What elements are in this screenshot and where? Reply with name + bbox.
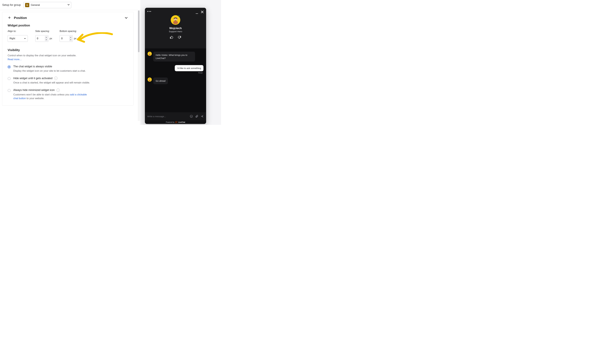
- chat-message-input[interactable]: [147, 115, 188, 118]
- bottom-spacing-label: Bottom spacing:: [59, 30, 77, 32]
- option-desc: Customers won’t be able to start chats u…: [13, 93, 91, 100]
- side-spacing-unit: px: [50, 37, 52, 40]
- visitor-message: I'd like to ask something: [148, 65, 203, 71]
- option-title: Hide widget until it gets activated: [13, 77, 52, 80]
- chat-header: Wojciech Support Hero: [145, 8, 206, 48]
- caret-down-icon: [67, 4, 70, 6]
- svg-rect-5: [149, 54, 151, 55]
- option-desc: Display the widget icon on your site to …: [13, 69, 91, 73]
- side-spacing-stepper[interactable]: [45, 36, 48, 41]
- align-to-value: Right: [10, 37, 15, 40]
- livechat-logo-icon: [175, 121, 177, 123]
- info-icon[interactable]: i: [54, 77, 58, 80]
- agent-message: Hello Visitor. What brings you to LiveCh…: [148, 52, 203, 62]
- svg-point-9: [190, 115, 193, 118]
- stepper-down-icon[interactable]: [45, 39, 47, 41]
- group-badge: G: [25, 3, 29, 7]
- position-controls: Align to: Right Side spacing:: [8, 30, 128, 42]
- presence-indicator: [178, 15, 180, 17]
- visibility-option-always-hide[interactable]: Always hide minimized widget icon i Cust…: [8, 89, 128, 100]
- emoji-button[interactable]: [190, 115, 193, 118]
- powered-by-prefix: Powered by: [166, 121, 174, 123]
- chat-close-button[interactable]: [200, 10, 204, 14]
- svg-point-10: [191, 116, 191, 116]
- group-name: General: [31, 4, 67, 6]
- bottom-spacing-input[interactable]: [59, 35, 73, 42]
- option-desc-prefix: Customers won’t be able to start chats u…: [13, 93, 70, 96]
- agent-message: Go ahead: [148, 78, 203, 84]
- visibility-description: Control when to display the chat widget …: [8, 54, 128, 58]
- bottom-spacing-field[interactable]: [61, 37, 67, 40]
- bottom-spacing-unit: px: [74, 37, 77, 40]
- stepper-up-icon[interactable]: [69, 36, 72, 39]
- caret-down-icon: [24, 37, 26, 40]
- collapse-button[interactable]: [125, 16, 128, 20]
- visibility-options: The chat widget is always visible Displa…: [8, 65, 128, 100]
- chat-menu-button[interactable]: [147, 11, 151, 12]
- option-title: Always hide minimized widget icon: [13, 89, 55, 92]
- send-button[interactable]: [200, 115, 204, 118]
- agent-name: Wojciech: [169, 26, 182, 30]
- chat-input-bar: [145, 112, 206, 120]
- thumbs-down-button[interactable]: [177, 35, 181, 39]
- section-header: Position: [8, 16, 128, 20]
- radio-button[interactable]: [8, 77, 11, 80]
- powered-by-brand: LiveChat: [178, 121, 185, 123]
- attachment-button[interactable]: [195, 115, 198, 118]
- visibility-read-more-link[interactable]: Read more…: [8, 58, 128, 61]
- thumbs-up-button[interactable]: [170, 35, 174, 39]
- message-bubble: I'd like to ask something: [175, 65, 203, 71]
- chat-messages: Hello Visitor. What brings you to LiveCh…: [145, 48, 206, 112]
- message-bubble: Hello Visitor. What brings you to LiveCh…: [153, 52, 195, 62]
- bottom-spacing-stepper[interactable]: [69, 36, 72, 41]
- align-to-select[interactable]: Right: [8, 35, 28, 42]
- info-icon[interactable]: i: [56, 89, 60, 92]
- move-icon: [8, 16, 11, 20]
- position-panel: Position Widget position Align to: Right…: [2, 12, 134, 105]
- side-spacing-field[interactable]: [37, 37, 43, 40]
- visibility-option-always[interactable]: The chat widget is always visible Displa…: [8, 65, 128, 73]
- agent-avatar-small: [148, 52, 152, 56]
- message-bubble: Go ahead: [153, 78, 168, 84]
- stepper-up-icon[interactable]: [45, 36, 47, 39]
- align-to-label: Align to:: [8, 30, 28, 32]
- group-selector[interactable]: G General: [23, 2, 71, 8]
- scrollbar-thumb[interactable]: [138, 10, 139, 52]
- agent-avatar: [171, 15, 180, 25]
- chat-widget-preview: Wojciech Support Hero Hello Visitor. Wha…: [145, 8, 206, 124]
- top-bar: Setup for group G General: [0, 0, 140, 10]
- powered-by-bar[interactable]: Powered by LiveChat: [145, 120, 206, 124]
- stepper-down-icon[interactable]: [69, 39, 72, 41]
- scrollbar-track[interactable]: [138, 10, 140, 121]
- option-desc: Once a chat is started, the widget will …: [13, 81, 91, 85]
- agent-role: Support Hero: [169, 30, 182, 33]
- visibility-option-hide-until[interactable]: Hide widget until it gets activated i On…: [8, 77, 128, 85]
- svg-rect-2: [173, 21, 178, 24]
- widget-position-heading: Widget position: [8, 24, 128, 27]
- option-title: The chat widget is always visible: [13, 65, 52, 68]
- option-desc-suffix: to your website.: [26, 97, 44, 100]
- chat-minimize-button[interactable]: [195, 11, 198, 14]
- setup-for-group-label: Setup for group: [2, 3, 21, 6]
- radio-button[interactable]: [8, 89, 11, 92]
- svg-point-11: [192, 116, 192, 116]
- radio-button[interactable]: [8, 65, 11, 68]
- visibility-heading: Visibility: [8, 48, 128, 52]
- svg-rect-8: [149, 80, 151, 81]
- agent-avatar-small: [148, 78, 152, 82]
- side-spacing-label: Side spacing:: [35, 30, 52, 32]
- side-spacing-input[interactable]: [35, 35, 48, 42]
- message-status: Read: [148, 72, 203, 74]
- section-title: Position: [14, 16, 27, 20]
